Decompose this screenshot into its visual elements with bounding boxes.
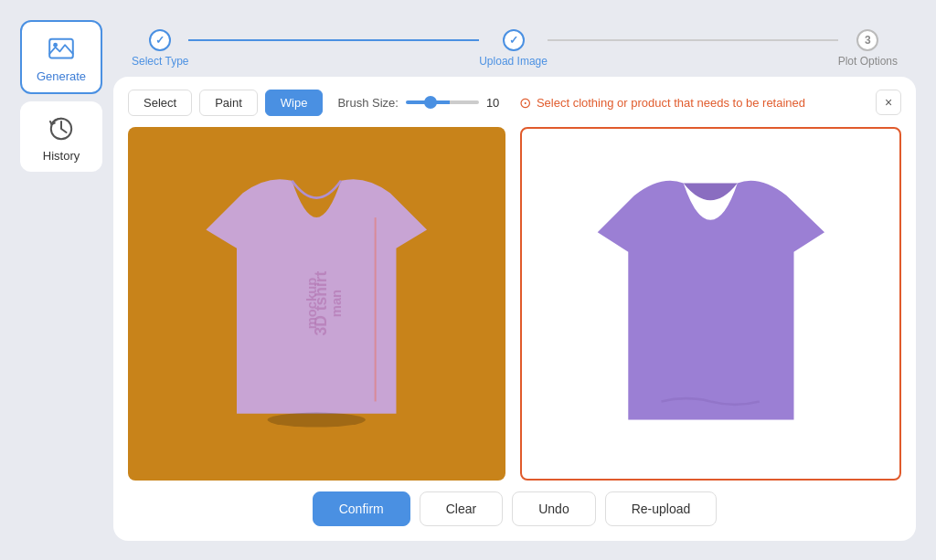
select-button[interactable]: Select bbox=[128, 90, 192, 116]
action-buttons: Confirm Clear Undo Re-upload bbox=[128, 491, 901, 526]
step-upload-image: ✓ Upload Image bbox=[479, 29, 548, 68]
tshirt-mockup-left: mockup 3D tshirt man bbox=[128, 127, 505, 481]
warning-icon: ⊙ bbox=[519, 94, 531, 111]
main-content: ✓ Select Type ✓ Upload Image 3 Plot Opti… bbox=[113, 20, 916, 541]
tshirt-svg-right bbox=[588, 156, 833, 450]
step-plot-options: 3 Plot Options bbox=[838, 29, 898, 68]
svg-text:man: man bbox=[329, 290, 344, 317]
step-upload-image-icon: ✓ bbox=[503, 29, 525, 51]
brush-size-slider[interactable] bbox=[406, 100, 479, 104]
images-area: mockup 3D tshirt man bbox=[128, 127, 901, 481]
step-select-type-label: Select Type bbox=[132, 55, 188, 68]
result-image-panel bbox=[520, 127, 901, 481]
reupload-button[interactable]: Re-upload bbox=[605, 491, 718, 526]
tshirt-svg-left: mockup 3D tshirt man bbox=[194, 156, 439, 450]
generate-label: Generate bbox=[37, 69, 86, 83]
step-line-1 bbox=[188, 39, 479, 41]
stepper: ✓ Select Type ✓ Upload Image 3 Plot Opti… bbox=[113, 20, 916, 68]
history-icon bbox=[47, 114, 76, 143]
sidebar: Generate History bbox=[20, 20, 102, 541]
svg-text:3D tshirt: 3D tshirt bbox=[312, 270, 330, 335]
svg-point-3 bbox=[268, 412, 366, 427]
svg-point-1 bbox=[53, 42, 58, 47]
toolbar: Select Paint Wipe Brush Size: 10 ⊙ Selec… bbox=[128, 90, 901, 116]
step-plot-options-label: Plot Options bbox=[838, 55, 898, 68]
step-line-2 bbox=[548, 39, 838, 41]
close-icon: × bbox=[885, 95, 892, 110]
sidebar-item-history[interactable]: History bbox=[20, 101, 102, 172]
warning-message: ⊙ Select clothing or product that needs … bbox=[519, 94, 805, 111]
step-select-type-icon: ✓ bbox=[149, 29, 171, 51]
close-warning-button[interactable]: × bbox=[876, 90, 901, 115]
wipe-button[interactable]: Wipe bbox=[265, 90, 324, 116]
history-label: History bbox=[43, 149, 80, 163]
warning-text: Select clothing or product that needs to… bbox=[537, 96, 805, 110]
tshirt-mockup-right bbox=[522, 129, 899, 479]
step-plot-options-icon: 3 bbox=[856, 29, 878, 51]
clear-button[interactable]: Clear bbox=[420, 491, 503, 526]
brush-value-display: 10 bbox=[486, 96, 503, 110]
step-select-type: ✓ Select Type bbox=[132, 29, 188, 68]
original-image-panel: mockup 3D tshirt man bbox=[128, 127, 505, 481]
confirm-button[interactable]: Confirm bbox=[313, 491, 410, 526]
sidebar-item-generate[interactable]: Generate bbox=[20, 20, 102, 94]
paint-button[interactable]: Paint bbox=[199, 90, 258, 116]
main-card: Select Paint Wipe Brush Size: 10 ⊙ Selec… bbox=[113, 77, 916, 541]
generate-icon bbox=[47, 35, 76, 64]
undo-button[interactable]: Undo bbox=[512, 491, 595, 526]
step-upload-image-label: Upload Image bbox=[479, 55, 548, 68]
brush-size-label: Brush Size: bbox=[337, 96, 398, 110]
